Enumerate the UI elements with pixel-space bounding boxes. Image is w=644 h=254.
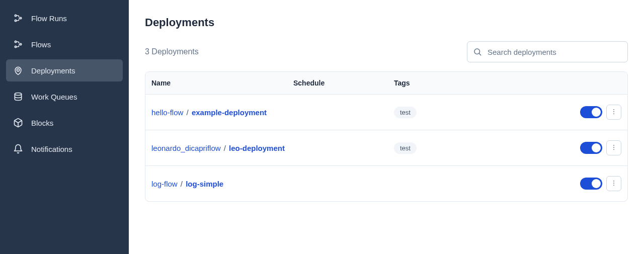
sidebar-item-label: Notifications <box>31 145 72 153</box>
kebab-icon <box>610 144 617 152</box>
sidebar: Flow Runs Flows Deployments Work Queues <box>0 0 129 254</box>
sidebar-item-deployments[interactable]: Deployments <box>6 59 123 81</box>
page-title: Deployments <box>145 16 628 29</box>
deployment-link[interactable]: leo-deployment <box>229 144 285 152</box>
svg-point-6 <box>17 69 20 71</box>
name-separator: / <box>180 180 186 188</box>
deployment-link[interactable]: log-simple <box>186 180 223 188</box>
toolbar: 3 Deployments <box>145 41 628 62</box>
name-separator: / <box>223 144 229 152</box>
table-header-schedule: Schedule <box>293 79 394 87</box>
sidebar-item-label: Flow Runs <box>31 14 67 23</box>
actions-cell <box>561 105 621 120</box>
row-menu-button[interactable] <box>606 140 621 155</box>
blocks-icon <box>13 118 23 128</box>
deployment-count-label: 3 Deployments <box>145 47 199 56</box>
search-icon <box>473 47 482 56</box>
svg-point-12 <box>613 111 614 112</box>
enable-toggle[interactable] <box>580 106 602 118</box>
enable-toggle[interactable] <box>580 178 602 190</box>
name-cell: log-flow / log-simple <box>151 180 293 188</box>
sidebar-item-label: Flows <box>31 40 51 49</box>
name-separator: / <box>186 108 192 117</box>
tags-cell: test <box>394 142 561 154</box>
svg-point-7 <box>15 93 21 96</box>
notifications-icon <box>13 144 23 154</box>
sidebar-item-notifications[interactable]: Notifications <box>6 138 123 160</box>
svg-point-15 <box>613 147 614 148</box>
table-row: log-flow / log-simple <box>145 166 627 201</box>
flow-runs-icon <box>13 13 23 23</box>
sidebar-item-label: Work Queues <box>31 93 77 101</box>
enable-toggle[interactable] <box>580 142 602 154</box>
svg-point-14 <box>613 144 614 145</box>
actions-cell <box>561 140 621 155</box>
sidebar-item-work-queues[interactable]: Work Queues <box>6 86 123 108</box>
table-header-actions <box>561 79 621 87</box>
tag-badge: test <box>394 107 417 118</box>
main-content: Deployments 3 Deployments Name Schedule … <box>129 0 644 254</box>
name-cell: hello-flow / example-deployment <box>151 108 293 117</box>
table-header-row: Name Schedule Tags <box>145 72 627 95</box>
svg-point-19 <box>613 185 614 186</box>
tags-cell: test <box>394 107 561 118</box>
name-cell: leonardo_dicapriflow / leo-deployment <box>151 144 293 152</box>
svg-point-16 <box>613 149 614 150</box>
actions-cell <box>561 176 621 191</box>
search-input[interactable] <box>467 41 628 62</box>
table-header-tags: Tags <box>394 79 561 87</box>
svg-point-13 <box>613 113 614 114</box>
sidebar-item-label: Blocks <box>31 119 53 127</box>
row-menu-button[interactable] <box>606 176 621 191</box>
row-menu-button[interactable] <box>606 105 621 120</box>
table-row: hello-flow / example-deployment test <box>145 95 627 130</box>
svg-point-18 <box>613 183 614 184</box>
deployments-icon <box>13 65 23 75</box>
kebab-icon <box>610 108 617 117</box>
table-row: leonardo_dicapriflow / leo-deployment te… <box>145 130 627 166</box>
work-queues-icon <box>13 92 23 102</box>
flows-icon <box>13 39 23 49</box>
deployment-link[interactable]: example-deployment <box>192 108 267 117</box>
flow-link[interactable]: leonardo_dicapriflow <box>151 144 221 152</box>
kebab-icon <box>610 180 617 188</box>
sidebar-item-flows[interactable]: Flows <box>6 33 123 55</box>
tag-badge: test <box>394 142 417 154</box>
svg-point-17 <box>613 180 614 181</box>
flow-link[interactable]: log-flow <box>151 180 178 188</box>
table-header-name: Name <box>151 79 293 87</box>
svg-point-9 <box>474 49 480 54</box>
svg-point-11 <box>613 109 614 110</box>
sidebar-item-label: Deployments <box>31 66 75 75</box>
flow-link[interactable]: hello-flow <box>151 108 183 117</box>
sidebar-item-blocks[interactable]: Blocks <box>6 112 123 134</box>
deployments-table: Name Schedule Tags hello-flow / example-… <box>145 71 628 202</box>
svg-line-10 <box>479 53 480 55</box>
sidebar-item-flow-runs[interactable]: Flow Runs <box>6 7 123 29</box>
search-wrap <box>467 41 628 62</box>
